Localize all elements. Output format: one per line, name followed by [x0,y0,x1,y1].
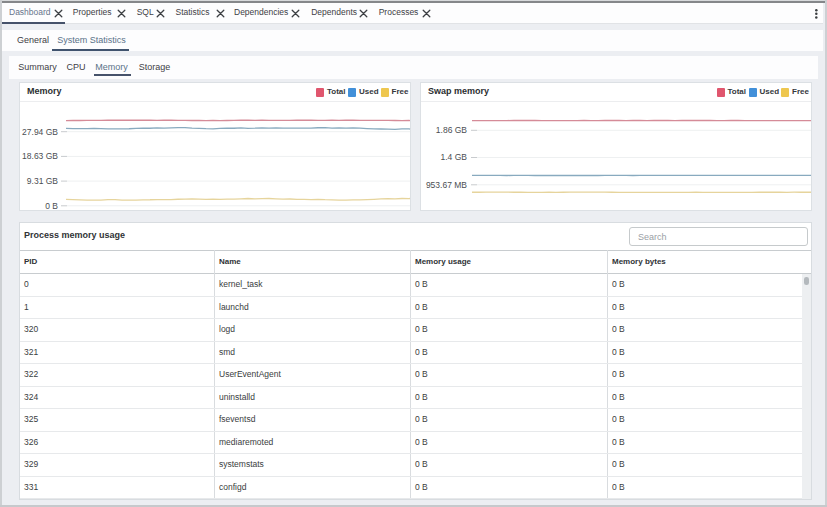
svg-text:9.31 GB: 9.31 GB [27,176,59,186]
svg-text:953.67 MB: 953.67 MB [426,180,467,190]
svg-text:27.94 GB: 27.94 GB [22,127,58,137]
svg-text:18.63 GB: 18.63 GB [22,151,58,161]
svg-text:1.4 GB: 1.4 GB [441,152,468,162]
svg-text:1.86 GB: 1.86 GB [436,125,468,135]
svg-text:0 B: 0 B [45,201,58,210]
